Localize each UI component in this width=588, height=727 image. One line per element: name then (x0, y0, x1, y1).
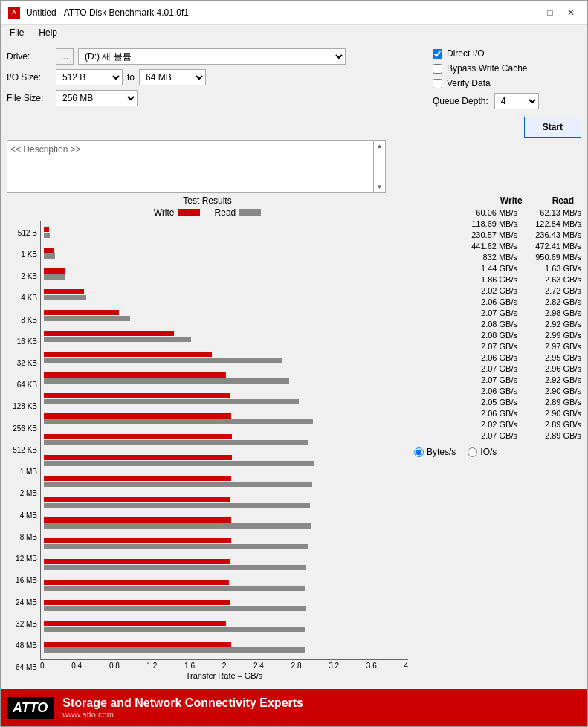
read-value: 2.90 GB/s (529, 409, 581, 418)
browse-button[interactable]: ... (56, 48, 74, 65)
footer-url: www.atto.com (62, 710, 303, 719)
verify-data-label[interactable]: Verify Data (447, 78, 491, 88)
read-value: 2.89 GB/s (529, 398, 581, 407)
write-bar (44, 310, 119, 315)
table-row: 2.08 GB/s2.92 GB/s (414, 319, 581, 329)
direct-io-row: Direct I/O (433, 48, 581, 59)
table-row: 2.06 GB/s2.95 GB/s (414, 352, 581, 363)
read-value: 950.69 MB/s (529, 253, 581, 262)
write-value: 2.06 GB/s (458, 387, 517, 395)
main-window: A Untitled - ATTO Disk Benchmark 4.01.0f… (0, 0, 588, 727)
bypass-write-cache-checkbox[interactable] (433, 64, 442, 74)
window-title: Untitled - ATTO Disk Benchmark 4.01.0f1 (26, 7, 189, 18)
read-value: 472.41 MB/s (529, 242, 581, 251)
y-axis-label: 1 MB (7, 465, 37, 479)
queue-depth-select[interactable]: 4 (494, 93, 539, 109)
write-bar (44, 289, 84, 294)
io-size-to-select[interactable]: 64 MB (139, 69, 206, 85)
read-value: 2.92 GB/s (529, 320, 581, 329)
write-bar (44, 538, 231, 543)
x-tick: 2.8 (291, 662, 302, 670)
title-bar-left: A Untitled - ATTO Disk Benchmark 4.01.0f… (8, 7, 189, 19)
title-bar: A Untitled - ATTO Disk Benchmark 4.01.0f… (1, 1, 587, 25)
chart-bars-wrapper: 00.40.81.21.622.42.83.23.64 Transfer Rat… (40, 221, 408, 680)
table-row: 441.62 MB/s472.41 MB/s (414, 241, 581, 251)
read-bar (44, 647, 305, 653)
bar-row (44, 620, 405, 633)
file-size-row: File Size: 256 MB (7, 90, 346, 106)
write-value: 2.07 GB/s (458, 308, 517, 317)
read-bar (44, 274, 65, 280)
write-bar (44, 455, 232, 460)
write-bar (44, 559, 230, 564)
close-button[interactable]: ✕ (562, 5, 580, 20)
x-tick: 1.6 (184, 662, 195, 670)
table-row: 2.08 GB/s2.99 GB/s (414, 330, 581, 340)
x-tick: 3.6 (366, 662, 377, 670)
x-tick: 3.2 (329, 662, 339, 670)
read-bar (44, 419, 313, 424)
y-axis-label: 2 MB (7, 487, 37, 500)
io-size-row: I/O Size: 512 B to 64 MB (7, 69, 346, 85)
x-tick: 0 (40, 662, 45, 670)
y-axis-label: 1 KB (7, 248, 37, 262)
maximize-button[interactable]: □ (541, 5, 559, 20)
read-value: 236.43 MB/s (529, 230, 581, 239)
io-per-s-label[interactable]: IO/s (480, 447, 497, 457)
x-tick: 0.8 (109, 662, 120, 670)
x-tick: 2 (222, 662, 227, 670)
write-bar (44, 434, 232, 439)
write-bar (44, 600, 230, 605)
y-axis-label: 256 KB (7, 422, 37, 436)
bar-row (44, 516, 405, 529)
menu-file[interactable]: File (4, 26, 30, 40)
chart-container: Test Results Write Read 512 B1 KB2 KB4 K… (7, 196, 408, 680)
y-axis-label: 8 KB (7, 314, 37, 327)
bytes-per-s-radio[interactable] (414, 447, 424, 457)
write-value: 2.07 GB/s (458, 431, 517, 440)
y-axis-label: 16 KB (7, 335, 37, 349)
bypass-write-cache-label[interactable]: Bypass Write Cache (447, 63, 528, 74)
write-value: 1.44 GB/s (458, 264, 517, 273)
write-bar (44, 517, 231, 523)
bytes-per-s-label[interactable]: Bytes/s (427, 447, 456, 457)
direct-io-label[interactable]: Direct I/O (447, 48, 485, 59)
read-value: 62.13 MB/s (529, 208, 581, 217)
read-value: 2.72 GB/s (529, 286, 581, 295)
write-bar (44, 352, 212, 357)
bypass-write-cache-row: Bypass Write Cache (433, 63, 581, 74)
read-bar (44, 337, 191, 342)
unit-radio-group: Bytes/s IO/s (414, 447, 581, 457)
read-bar (44, 544, 308, 549)
io-size-from-select[interactable]: 512 B (56, 69, 123, 85)
write-value: 2.06 GB/s (458, 409, 517, 418)
bytes-per-s-radio-item: Bytes/s (414, 447, 456, 457)
table-row: 230.57 MB/s236.43 MB/s (414, 230, 581, 240)
chart-area: 512 B1 KB2 KB4 KB8 KB16 KB32 KB64 KB128 … (7, 221, 408, 680)
y-axis-label: 64 MB (7, 661, 37, 674)
read-value: 2.89 GB/s (529, 431, 581, 440)
direct-io-checkbox[interactable] (433, 49, 442, 59)
read-value: 2.82 GB/s (529, 297, 581, 306)
verify-data-checkbox[interactable] (433, 79, 442, 88)
description-scrollbar[interactable]: ▲ ▼ (373, 141, 385, 192)
left-controls: Drive: ... (D:) 새 볼륨 I/O Size: 512 B to … (7, 48, 346, 138)
write-legend-color (178, 209, 200, 216)
results-section: Test Results Write Read 512 B1 KB2 KB4 K… (7, 196, 581, 680)
scroll-down-icon[interactable]: ▼ (377, 184, 383, 190)
write-value: 2.08 GB/s (458, 320, 517, 329)
minimize-button[interactable]: — (520, 5, 538, 20)
app-icon: A (8, 7, 20, 19)
top-section: Drive: ... (D:) 새 볼륨 I/O Size: 512 B to … (7, 48, 581, 138)
io-per-s-radio[interactable] (468, 447, 477, 457)
read-value: 2.89 GB/s (529, 420, 581, 429)
read-bar (44, 440, 308, 445)
x-axis: 00.40.81.21.622.42.83.23.64 (40, 662, 408, 670)
drive-select[interactable]: (D:) 새 볼륨 (78, 48, 346, 65)
file-size-select[interactable]: 256 MB (56, 90, 138, 106)
menu-help[interactable]: Help (33, 26, 63, 40)
table-row: 2.05 GB/s2.89 GB/s (414, 397, 581, 407)
io-size-label: I/O Size: (7, 72, 51, 83)
scroll-up-icon[interactable]: ▲ (377, 143, 383, 149)
start-button[interactable]: Start (524, 117, 581, 138)
